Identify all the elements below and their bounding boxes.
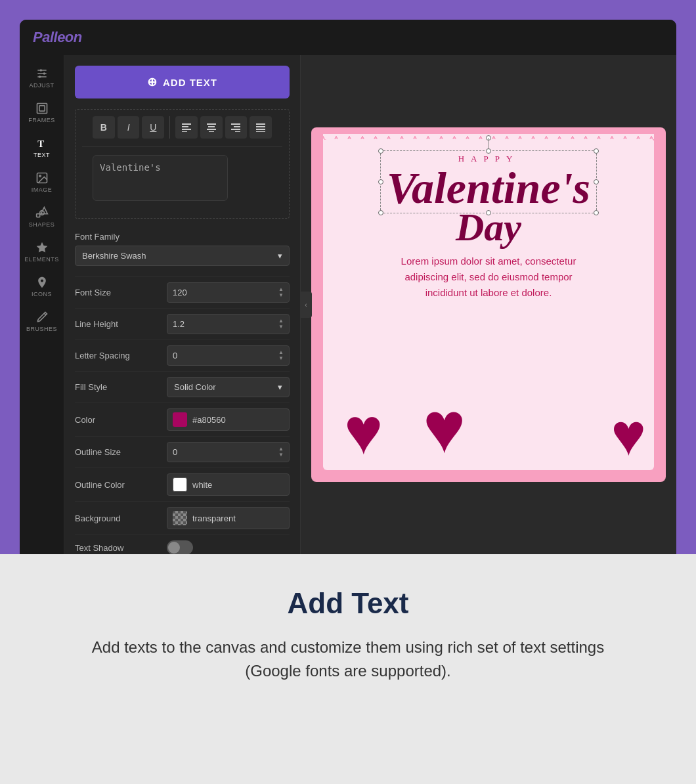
- sidebar-item-adjust-label: ADJUST: [29, 82, 54, 89]
- line-height-label: Line Height: [75, 319, 167, 329]
- format-toolbar: B I U: [82, 116, 282, 147]
- line-height-stepper[interactable]: ▲ ▼: [278, 318, 284, 330]
- background-picker[interactable]: transparent: [167, 507, 290, 529]
- svg-rect-7: [39, 106, 44, 111]
- outline-size-up-arrow[interactable]: ▲: [278, 446, 284, 452]
- align-right-button[interactable]: [225, 116, 248, 139]
- sidebar-item-image[interactable]: IMAGE: [20, 166, 64, 198]
- line-height-input[interactable]: 1.2 ▲ ▼: [167, 314, 290, 334]
- svg-rect-6: [37, 104, 47, 114]
- canvas-area[interactable]: ‹: [301, 55, 676, 554]
- day-text: Day: [456, 207, 521, 247]
- background-row: Background transparent: [75, 502, 290, 535]
- fill-style-select[interactable]: Solid Color ▾: [167, 377, 290, 397]
- font-size-up-arrow[interactable]: ▲: [278, 287, 284, 292]
- line-height-row: Line Height 1.2 ▲ ▼: [75, 309, 290, 340]
- handle-tl: [378, 148, 383, 154]
- bottom-title: Add Text: [39, 587, 657, 620]
- fill-style-control: Solid Color ▾: [167, 377, 290, 397]
- sidebar-item-icons[interactable]: ICONS: [20, 271, 64, 303]
- sidebar-item-shapes[interactable]: SHAPES: [20, 201, 64, 233]
- outline-size-input[interactable]: 0 ▲ ▼: [167, 442, 290, 462]
- svg-marker-14: [36, 242, 47, 253]
- font-family-row: Font Family Berkshire Swash ▾: [75, 227, 290, 277]
- outline-size-row: Outline Size 0 ▲ ▼: [75, 437, 290, 468]
- svg-rect-21: [208, 126, 215, 127]
- app-window: Palleon ADJUST: [20, 20, 676, 554]
- fill-style-value: Solid Color: [174, 382, 216, 392]
- svg-rect-12: [36, 214, 39, 217]
- outline-color-swatch: [173, 477, 187, 492]
- outline-size-stepper[interactable]: ▲ ▼: [278, 446, 284, 458]
- sidebar-item-frames[interactable]: FRAMES: [20, 97, 64, 129]
- transparent-swatch: [173, 511, 187, 525]
- add-text-button[interactable]: ⊕ ADD TEXT: [75, 66, 290, 98]
- properties-section: Font Family Berkshire Swash ▾ Font Size …: [64, 227, 300, 554]
- svg-point-10: [39, 175, 41, 177]
- sidebar-item-text[interactable]: T TEXT: [20, 131, 64, 163]
- add-text-label: ADD TEXT: [163, 77, 217, 88]
- underline-button[interactable]: U: [142, 116, 164, 139]
- align-justify-button[interactable]: [250, 116, 272, 139]
- line-height-down-arrow[interactable]: ▼: [278, 324, 284, 330]
- icon-sidebar: ADJUST FRAMES T TEXT: [20, 55, 64, 554]
- align-left-button[interactable]: [175, 116, 198, 139]
- sidebar-item-elements[interactable]: ELEMENTS: [20, 236, 64, 268]
- letter-spacing-label: Letter Spacing: [75, 351, 167, 360]
- font-family-dropdown[interactable]: Berkshire Swash ▾: [75, 246, 290, 266]
- svg-rect-20: [207, 123, 216, 125]
- selected-text-wrapper: HAPPY Valentine's: [387, 154, 590, 210]
- font-size-stepper[interactable]: ▲ ▼: [278, 287, 284, 298]
- text-content-input[interactable]: [93, 155, 228, 201]
- fill-style-arrow-icon: ▾: [278, 382, 282, 392]
- card-inner-content: HAPPY Valentine's Day Lorem ipsum dolor …: [324, 147, 653, 301]
- font-size-down-arrow[interactable]: ▼: [278, 293, 284, 298]
- svg-rect-24: [231, 123, 240, 125]
- font-family-label: Font Family: [75, 232, 167, 242]
- letter-spacing-up-arrow[interactable]: ▲: [278, 350, 284, 355]
- letter-spacing-stepper[interactable]: ▲ ▼: [278, 350, 284, 361]
- align-center-button[interactable]: [200, 116, 223, 139]
- outline-color-picker[interactable]: white: [167, 473, 290, 496]
- sidebar-item-text-label: TEXT: [33, 152, 50, 158]
- app-body: ADJUST FRAMES T TEXT: [20, 55, 676, 554]
- italic-button[interactable]: I: [118, 116, 140, 139]
- line-height-up-arrow[interactable]: ▲: [278, 318, 284, 324]
- toolbar-separator-1: [169, 116, 170, 139]
- fill-style-row: Fill Style Solid Color ▾: [75, 372, 290, 403]
- add-text-plus-icon: ⊕: [147, 75, 158, 89]
- lorem-text: Lorem ipsum dolor sit amet, consectetur …: [383, 253, 594, 301]
- text-shadow-label: Text Shadow: [75, 543, 167, 553]
- title-bar: Palleon: [20, 20, 676, 55]
- color-label: Color: [75, 415, 167, 425]
- font-family-value: Berkshire Swash: [82, 251, 146, 261]
- font-size-row: Font Size 120 ▲ ▼: [75, 277, 290, 309]
- text-shadow-toggle[interactable]: [167, 540, 193, 554]
- svg-rect-18: [182, 129, 191, 130]
- svg-rect-27: [235, 131, 240, 132]
- svg-rect-22: [207, 129, 216, 130]
- letter-spacing-input[interactable]: 0 ▲ ▼: [167, 345, 290, 366]
- heart-bottom-right: [611, 401, 646, 469]
- letter-spacing-down-arrow[interactable]: ▼: [278, 356, 284, 361]
- font-size-value: 120: [173, 288, 187, 297]
- font-size-input[interactable]: 120 ▲ ▼: [167, 282, 290, 303]
- sidebar-item-adjust[interactable]: ADJUST: [20, 62, 64, 94]
- outline-size-down-arrow[interactable]: ▼: [278, 452, 284, 458]
- selected-text-content: HAPPY Valentine's: [387, 154, 590, 210]
- outline-color-row: Outline Color white: [75, 468, 290, 502]
- svg-rect-17: [182, 126, 188, 127]
- outline-color-label: Outline Color: [75, 480, 167, 490]
- bold-button[interactable]: B: [93, 116, 115, 139]
- sidebar-item-shapes-label: SHAPES: [29, 221, 55, 228]
- collapse-panel-button[interactable]: ‹: [300, 292, 312, 318]
- chevron-down-icon: ▾: [278, 251, 282, 261]
- letter-spacing-row: Letter Spacing 0 ▲ ▼: [75, 340, 290, 372]
- color-picker[interactable]: #a80560: [167, 408, 290, 431]
- color-row: Color #a80560: [75, 403, 290, 437]
- valentine-card: HAPPY Valentine's Day Lorem ipsum dolor …: [311, 127, 666, 482]
- sidebar-item-brushes[interactable]: BRUSHES: [20, 305, 64, 338]
- svg-rect-31: [256, 131, 265, 132]
- sidebar-item-icons-label: ICONS: [32, 291, 52, 297]
- toggle-knob: [168, 542, 180, 554]
